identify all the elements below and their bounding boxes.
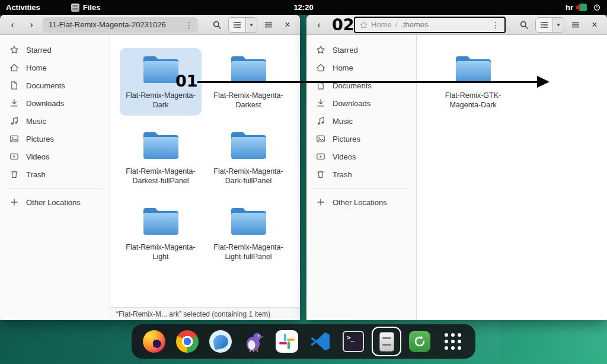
app-menu[interactable]: Files: [71, 3, 101, 12]
dock-item-thunderbird[interactable]: [209, 330, 232, 353]
sidebar-item-trash[interactable]: Trash: [4, 165, 106, 183]
dock-item-slack[interactable]: [275, 330, 299, 353]
hamburger-menu-icon: [571, 20, 580, 30]
music-icon: [9, 116, 19, 126]
sidebar-item-other-locations[interactable]: Other Locations: [4, 193, 106, 211]
search-button[interactable]: [209, 17, 225, 33]
video-icon: [316, 152, 325, 161]
document-icon: [9, 81, 19, 90]
sidebar-item-pictures[interactable]: Pictures: [4, 130, 106, 148]
files-app-icon: [379, 332, 394, 352]
dock-item-software[interactable]: [408, 330, 432, 353]
view-options-dropdown[interactable]: ▾: [245, 18, 257, 32]
dock-item-terminal[interactable]: >_: [341, 330, 365, 353]
sidebar-item-starred[interactable]: Starred: [310, 41, 413, 59]
dock-item-chrome[interactable]: [175, 330, 199, 353]
sidebar-item-label: Pictures: [26, 135, 54, 143]
sidebar-item-videos[interactable]: Videos: [4, 148, 106, 165]
sidebar-item-videos[interactable]: Videos: [310, 148, 413, 165]
folder-label: Flat-Remix-Magenta-Light-fullPanel: [212, 242, 285, 261]
sidebar-item-documents[interactable]: Documents: [4, 76, 106, 94]
location-entry-focused[interactable]: Home / .themes ⋮: [354, 17, 506, 33]
search-icon: [212, 20, 222, 30]
sidebar-item-music[interactable]: Music: [310, 112, 413, 130]
sidebar-item-home[interactable]: Home: [4, 59, 106, 76]
back-button[interactable]: ‹: [311, 17, 327, 33]
folder-label: Flat-Remix-Magenta-Dark-fullPanel: [212, 167, 285, 186]
breadcrumb-home[interactable]: Home: [371, 20, 392, 29]
folder-item[interactable]: Flat-Remix-Magenta-Darkest-fullPanel: [120, 124, 202, 191]
sidebar-item-label: Downloads: [26, 99, 64, 108]
sidebar-item-label: Other Locations: [333, 198, 387, 207]
slack-icon: [276, 330, 298, 353]
sidebar-separator: [314, 188, 409, 189]
pidgin-icon: [242, 330, 265, 353]
list-view-button[interactable]: [536, 18, 552, 32]
sidebar-item-downloads[interactable]: Downloads: [310, 94, 413, 112]
sidebar-item-other-locations[interactable]: Other Locations: [310, 193, 413, 211]
files-window-left: ‹ › 11-Flat-Remix-Magenta-20231026 ⋮ ▾ ×…: [0, 15, 300, 320]
system-menu[interactable]: hr: [566, 3, 601, 12]
sidebar-item-starred[interactable]: Starred: [4, 41, 106, 59]
close-button[interactable]: ×: [587, 17, 602, 33]
search-icon: [519, 20, 529, 30]
left-headerbar: ‹ › 11-Flat-Remix-Magenta-20231026 ⋮ ▾ ×: [0, 15, 300, 35]
sidebar-item-trash[interactable]: Trash: [310, 165, 413, 183]
sidebar-item-pictures[interactable]: Pictures: [310, 130, 413, 148]
plus-icon: [9, 197, 19, 207]
sidebar-item-downloads[interactable]: Downloads: [4, 94, 106, 112]
dock-item-app-grid[interactable]: [441, 330, 465, 353]
back-button[interactable]: ‹: [5, 17, 20, 33]
kebab-menu-icon[interactable]: ⋮: [490, 20, 501, 30]
view-toggle: ▾: [228, 17, 257, 33]
kebab-menu-icon[interactable]: ⋮: [184, 20, 194, 30]
vscode-icon: [309, 330, 331, 353]
close-button[interactable]: ×: [280, 17, 295, 33]
folder-label: Flat-Remix-Magenta-Dark: [124, 91, 197, 110]
sidebar-item-label: Music: [333, 117, 353, 126]
sidebar-item-home[interactable]: Home: [310, 59, 413, 76]
menu-button[interactable]: [568, 17, 583, 33]
list-view-button[interactable]: [229, 18, 245, 32]
dock-item-files-active[interactable]: [375, 330, 398, 353]
list-view-icon: [232, 20, 242, 30]
status-text: “Flat-Remix-M... ark” selected (containi…: [116, 310, 270, 318]
home-icon: [9, 63, 19, 72]
trash-icon: [9, 170, 19, 179]
status-indicator-icon: [579, 4, 587, 11]
folder-icon: [142, 206, 180, 237]
location-text: 11-Flat-Remix-Magenta-20231026: [49, 20, 166, 29]
breadcrumb-current[interactable]: .themes: [401, 20, 428, 29]
download-icon: [9, 98, 19, 108]
dock-item-pidgin[interactable]: [242, 330, 266, 353]
sidebar-item-music[interactable]: Music: [4, 112, 106, 130]
download-icon: [316, 98, 325, 108]
folder-icon: [142, 54, 180, 85]
trash-icon: [316, 170, 325, 179]
menu-button[interactable]: [261, 17, 276, 33]
terminal-icon: >_: [343, 331, 364, 352]
sidebar-item-label: Downloads: [333, 99, 370, 108]
thunderbird-icon: [209, 330, 232, 353]
breadcrumb-separator: /: [395, 20, 398, 29]
clock[interactable]: 12:20: [293, 3, 313, 12]
sidebar-item-documents[interactable]: Documents: [310, 76, 413, 94]
folder-icon: [454, 54, 492, 85]
hamburger-menu-icon: [264, 20, 273, 30]
power-icon: [593, 4, 601, 12]
location-bar[interactable]: 11-Flat-Remix-Magenta-20231026 ⋮: [43, 17, 198, 33]
view-options-dropdown[interactable]: ▾: [552, 18, 564, 32]
folder-item[interactable]: Flat-Remix-Magenta-Light-fullPanel: [207, 200, 289, 267]
search-button[interactable]: [516, 17, 532, 33]
activities-button[interactable]: Activities: [6, 3, 40, 12]
star-icon: [9, 45, 19, 55]
firefox-icon: [143, 330, 165, 353]
files-app-menu-icon: [71, 4, 79, 12]
dock-item-vscode[interactable]: [308, 330, 332, 353]
right-content: Flat-Remix-GTK-Magenta-Dark: [417, 35, 607, 320]
forward-button[interactable]: ›: [24, 17, 39, 33]
folder-item[interactable]: Flat-Remix-Magenta-Light: [120, 200, 202, 267]
folder-item[interactable]: Flat-Remix-Magenta-Dark-fullPanel: [207, 124, 289, 191]
dock-item-firefox[interactable]: [142, 330, 166, 353]
folder-icon: [229, 206, 267, 237]
